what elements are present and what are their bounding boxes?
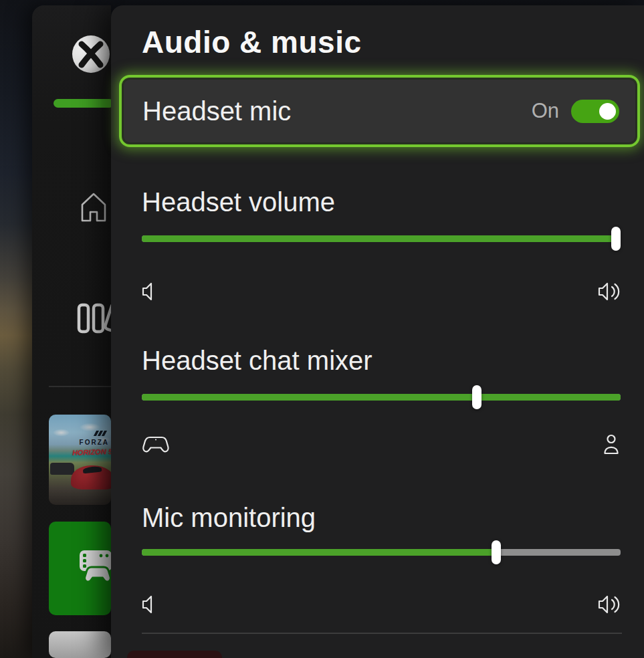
headset-chat-mixer-slider[interactable] [142,385,621,409]
home-icon[interactable] [78,191,110,225]
speaker-loud-icon [598,594,621,615]
speaker-loud-icon [598,282,621,302]
headset-mic-toggle[interactable] [571,100,619,123]
person-icon [602,433,621,456]
speaker-quiet-icon [142,594,152,615]
mic-monitoring-label: Mic monitoring [142,503,316,533]
speaker-quiet-icon [142,282,152,302]
game-controller-icon [142,435,170,455]
audio-music-panel: Audio & music Headset mic On Headset vol… [111,5,644,658]
slider-track[interactable] [142,549,621,556]
slider-track[interactable] [142,235,621,242]
slider-fill [142,549,496,556]
forza-art-windshield [83,466,102,474]
toggle-knob [599,103,616,120]
headset-mic-row[interactable]: Headset mic On [119,75,640,147]
slider-fill [142,394,621,401]
headset-volume-slider[interactable] [142,227,621,251]
filmstrip-controller-icon [77,548,111,587]
headset-mic-toggle-group: On [532,99,619,123]
partial-bottom-element [127,651,222,658]
forza-art-red-car [71,465,111,489]
selected-tab-indicator [53,99,111,108]
headset-chat-mixer-label: Headset chat mixer [142,346,372,376]
section-divider [142,633,622,634]
guide-sidebar: FORZA HORIZON 5 [32,5,111,658]
mic-monitoring-slider-thumb[interactable] [492,540,501,564]
tile-forza-horizon-5[interactable]: FORZA HORIZON 5 [49,415,111,505]
forza-logo-icon [95,431,106,436]
mic-monitoring-slider[interactable] [142,540,621,564]
headset-volume-label: Headset volume [142,187,335,217]
tile-partial-bottom[interactable] [49,631,111,658]
forza-art-dark-car [50,463,74,475]
forza-tile-title: FORZA [80,439,109,446]
headset-chat-mixer-icon-row [142,431,621,459]
headset-chat-mixer-slider-thumb[interactable] [472,385,481,409]
headset-mic-row-inner: Headset mic On [124,80,635,142]
forza-tile-subtitle: HORIZON 5 [72,447,111,457]
sidebar-divider [49,386,111,387]
tile-media-app[interactable] [49,522,111,615]
headset-volume-slider-thumb[interactable] [611,227,621,251]
headset-volume-icon-row [142,278,621,305]
multitask-panels-icon[interactable] [77,303,111,334]
mic-monitoring-icon-row [142,591,621,618]
headset-mic-state-label: On [532,99,559,123]
headset-mic-label: Headset mic [142,96,291,126]
slider-fill [142,235,616,242]
panel-title: Audio & music [142,24,362,60]
xbox-logo-icon[interactable] [72,35,110,74]
xbox-guide-screen: FORZA HORIZON 5 Audio & music Headset mi… [0,0,644,658]
slider-track[interactable] [142,394,621,401]
